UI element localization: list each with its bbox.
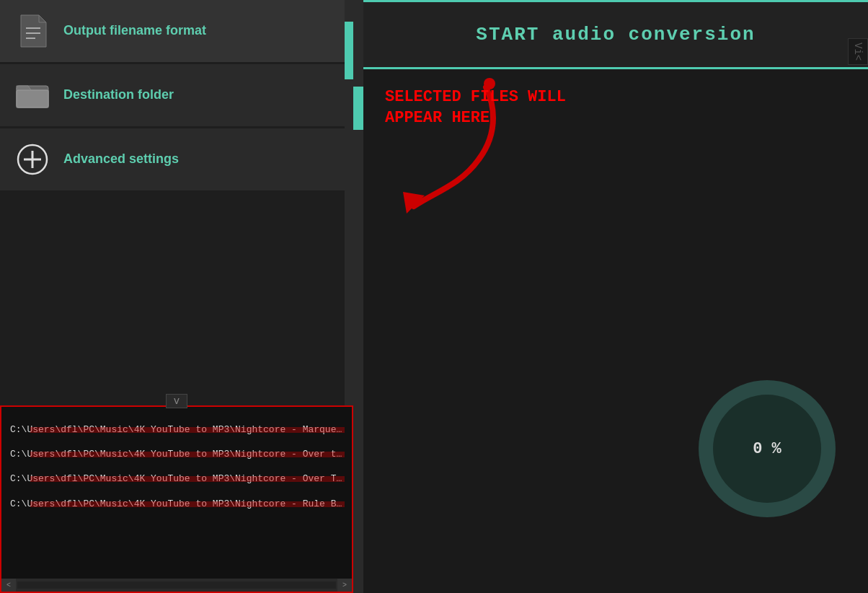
right-panel: START audio conversion SELECTED FILES WI… xyxy=(363,0,868,593)
scroll-right-button[interactable]: > xyxy=(337,579,352,592)
svg-rect-4 xyxy=(17,90,48,107)
selected-files-annotation: SELECTED FILES WILL APPEAR HERE xyxy=(371,76,580,139)
dropdown-arrow[interactable]: v xyxy=(166,394,187,408)
scroll-track[interactable] xyxy=(17,581,336,589)
vertical-scrollbar[interactable] xyxy=(345,0,353,405)
dropdown-chevron: v xyxy=(174,395,180,407)
left-panel: Output filename format Destination folde… xyxy=(0,0,353,593)
vis-label: Vi< xyxy=(848,38,868,65)
top-buttons: Output filename format Destination folde… xyxy=(0,0,353,193)
file-list-section: v C:\Users\dfl\PC\Music\4K YouTube to MP… xyxy=(0,405,353,593)
horizontal-scrollbar[interactable]: < > xyxy=(1,579,352,592)
list-item: C:\Users\dfl\PC\Music\4K YouTube to MP3\… xyxy=(9,418,345,442)
annotation-line1: SELECTED FILES WILL xyxy=(385,88,566,106)
vertical-divider xyxy=(353,0,363,593)
file-list-border: v C:\Users\dfl\PC\Music\4K YouTube to MP… xyxy=(0,405,353,593)
progress-value: 0 % xyxy=(753,440,781,458)
destination-folder-label: Destination folder xyxy=(63,87,174,103)
folder-icon xyxy=(14,77,50,113)
start-conversion-button[interactable]: START audio conversion xyxy=(363,2,868,69)
output-filename-label: Output filename format xyxy=(63,22,206,39)
list-item: C:\Users\dfl\PC\Music\4K YouTube to MP3\… xyxy=(9,467,345,491)
scroll-thumb xyxy=(345,22,353,79)
plus-circle-icon xyxy=(14,141,50,177)
progress-section: 0 % xyxy=(681,362,854,535)
advanced-settings-button[interactable]: Advanced settings xyxy=(0,128,353,190)
advanced-settings-label: Advanced settings xyxy=(63,151,179,167)
destination-folder-button[interactable]: Destination folder xyxy=(0,64,353,126)
divider-thumb xyxy=(353,87,363,130)
scroll-left-button[interactable]: < xyxy=(1,579,16,592)
list-item: C:\Users\dfl\PC\Music\4K YouTube to MP3\… xyxy=(9,442,345,467)
main-container: Output filename format Destination folde… xyxy=(0,0,868,593)
list-item: C:\Users\dfl\PC\Music\4K YouTube to MP3\… xyxy=(9,492,345,517)
annotation-line2: APPEAR HERE xyxy=(385,109,490,127)
output-filename-button[interactable]: Output filename format xyxy=(0,0,353,62)
document-icon xyxy=(14,13,50,49)
progress-circle: 0 % xyxy=(695,377,839,521)
file-list: C:\Users\dfl\PC\Music\4K YouTube to MP3\… xyxy=(1,407,352,527)
